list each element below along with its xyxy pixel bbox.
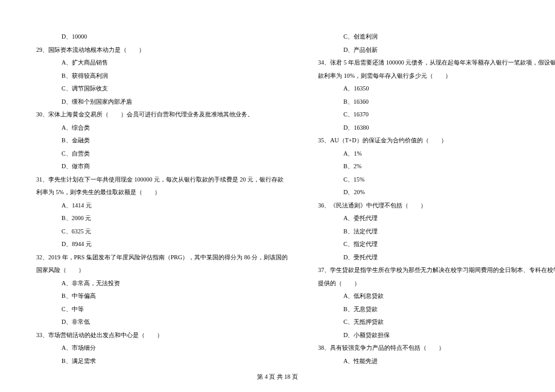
question-continuation: 提供的（ ） — [318, 277, 555, 290]
option-text: A、非常高，无法投资 — [36, 277, 288, 290]
option-text: B、满足需求 — [36, 355, 288, 368]
option-text: C、16370 — [318, 108, 555, 121]
question-text: 33、市场营销活动的处出发点和中心是（ ） — [36, 329, 288, 342]
option-text: D、16380 — [318, 121, 555, 134]
option-text: C、创造利润 — [318, 30, 555, 43]
option-text: B、16360 — [318, 95, 555, 109]
option-text: C、无抵押贷款 — [318, 315, 555, 329]
question-text: 36、《民法通则》中代理不包括（ ） — [318, 199, 555, 212]
option-text: C、调节国际收支 — [36, 82, 288, 95]
option-text: C、15% — [318, 173, 555, 186]
option-text: C、指定代理 — [318, 238, 555, 251]
option-text: D、缓和个别国家内部矛盾 — [36, 95, 288, 109]
option-text: A、1414 元 — [36, 199, 288, 212]
option-text: A、16350 — [318, 82, 555, 95]
question-text: 29、国际资本流动地根本动力是（ ） — [36, 43, 288, 57]
option-text: A、市场细分 — [36, 341, 288, 355]
option-text: A、1% — [318, 147, 555, 160]
question-text: 37、学生贷款是指学生所在学校为那些无力解决在校学习期间费用的全日制本、专科在校… — [318, 264, 555, 277]
option-text: D、受托代理 — [318, 251, 555, 264]
option-text: B、金融类 — [36, 134, 288, 147]
option-text: C、自营类 — [36, 147, 288, 160]
option-text: B、中等偏高 — [36, 289, 288, 303]
option-text: B、2% — [318, 160, 555, 173]
option-text: C、6325 元 — [36, 225, 288, 238]
option-text: D、非常低 — [36, 315, 288, 329]
question-text: 34、张君 5 年后需要还清 100000 元债务，从现在起每年末等额存入银行一… — [318, 56, 555, 69]
option-text: B、2000 元 — [36, 212, 288, 225]
option-text: D、产品创新 — [318, 43, 555, 57]
question-continuation: 利率为 5%，则李先生的最佳取款额是（ ） — [36, 186, 288, 199]
option-text: C、中等 — [36, 303, 288, 316]
question-text: 32、2019 年，PRS 集团发布了年度风险评估指南（PRG），其中某国的得分… — [36, 251, 288, 264]
option-text: A、性能先进 — [318, 355, 555, 368]
question-continuation: 款利率为 10%，则需每年存入银行多少元（ ） — [318, 69, 555, 83]
option-text: A、低利息贷款 — [318, 289, 555, 303]
option-text: D、做市商 — [36, 160, 288, 173]
option-text: B、无息贷款 — [318, 303, 555, 316]
option-text: A、委托代理 — [318, 212, 555, 225]
question-text: 31、李先生计划在下一年共使用现金 100000 元，每次从银行取款的手续费是 … — [36, 173, 288, 186]
question-text: 38、具有较强竞争力产品的特点不包括（ ） — [318, 341, 555, 355]
question-text: 30、宋体上海黄金交易所（ ）会员可进行自营和代理业务及批准地其他业务。 — [36, 108, 288, 121]
option-text: A、综合类 — [36, 121, 288, 134]
option-text: A、扩大商品销售 — [36, 56, 288, 69]
question-text: 35、AU（T+D）的保证金为合约价值的（ ） — [318, 134, 555, 147]
page-footer: 第 4 页 共 18 页 — [0, 373, 555, 381]
option-text: D、8944 元 — [36, 238, 288, 251]
option-text: B、法定代理 — [318, 225, 555, 238]
left-column: D、10000 29、国际资本流动地根本动力是（ ） A、扩大商品销售 B、获得… — [36, 30, 288, 350]
option-text: B、获得较高利润 — [36, 69, 288, 83]
option-text: D、20% — [318, 186, 555, 199]
page-container: D、10000 29、国际资本流动地根本动力是（ ） A、扩大商品销售 B、获得… — [36, 30, 519, 350]
option-text: D、10000 — [36, 30, 288, 43]
question-continuation: 国家风险（ ） — [36, 264, 288, 277]
right-column: C、创造利润 D、产品创新 34、张君 5 年后需要还清 100000 元债务，… — [318, 30, 555, 350]
option-text: D、小额贷款担保 — [318, 329, 555, 342]
